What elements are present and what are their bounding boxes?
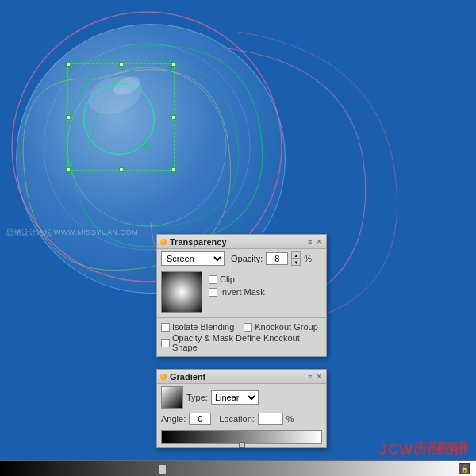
- gradient-bar-container: [157, 427, 326, 447]
- location-label: Location:: [219, 414, 255, 424]
- clip-row: Clip: [209, 274, 265, 284]
- watermark-bottom: JCWcn.com: [379, 442, 468, 459]
- panel-divider-1: [157, 317, 326, 318]
- transparency-panel-title: Transparency: [170, 237, 227, 247]
- gradient-angle-row: Angle: Location: %: [157, 411, 326, 427]
- isolate-blending-checkbox[interactable]: [161, 323, 170, 332]
- clip-options: Clip Invert Mask: [209, 271, 265, 297]
- opacity-label: Opacity:: [231, 254, 263, 263]
- gradient-type-row: Type: Linear: [157, 384, 326, 411]
- invert-mask-row: Invert Mask: [209, 287, 265, 297]
- gradient-lock-icon: 🔒: [459, 463, 470, 474]
- svg-point-6: [83, 69, 148, 121]
- opacity-mask-checkbox[interactable]: [161, 339, 170, 347]
- gradient-type-select[interactable]: Linear: [211, 390, 259, 405]
- gradient-titlebar: Gradient ≡ ×: [157, 370, 326, 384]
- opacity-mask-label: Opacity & Mask Define Knockout Shape: [172, 333, 322, 352]
- invert-mask-checkbox[interactable]: [209, 288, 217, 297]
- panel-menu-icon[interactable]: ≡: [308, 238, 312, 246]
- type-label: Type:: [186, 393, 208, 402]
- gradient-close-button[interactable]: ×: [315, 372, 323, 381]
- clip-checkbox[interactable]: [209, 275, 217, 284]
- gradient-preview: [161, 386, 183, 409]
- blend-mode-select[interactable]: Screen: [161, 251, 225, 266]
- angle-label: Angle:: [161, 414, 186, 424]
- blending-row-2: Opacity & Mask Define Knockout Shape: [161, 333, 322, 352]
- thumbnail-area: Clip Invert Mask: [157, 268, 326, 316]
- gradient-midpoint-handle[interactable]: [239, 442, 245, 448]
- svg-point-2: [44, 44, 250, 250]
- watermark-top: 思绪设计论坛 WWW.MISSYUAN.COM: [6, 228, 138, 238]
- gradient-panel: Gradient ≡ × Type: Linear Angle: Locatio…: [156, 369, 327, 448]
- gradient-bar[interactable]: [161, 430, 322, 444]
- location-input[interactable]: [258, 413, 283, 425]
- gradient-panel-icon: [160, 374, 167, 380]
- bottom-gradient-bar[interactable]: 🔒: [0, 460, 476, 476]
- blending-row-1: Isolate Blending Knockout Group: [161, 322, 322, 332]
- knockout-group-label: Knockout Group: [255, 322, 318, 332]
- knockout-group-checkbox[interactable]: [244, 323, 252, 332]
- gradient-slider-handle[interactable]: [159, 464, 167, 475]
- opacity-percent: %: [304, 254, 312, 263]
- gradient-panel-title: Gradient: [170, 372, 205, 382]
- blending-section: Isolate Blending Knockout Group Opacity …: [157, 320, 326, 356]
- mask-thumbnail: [161, 271, 202, 313]
- isolate-blending-label: Isolate Blending: [172, 322, 234, 332]
- gradient-menu-icon[interactable]: ≡: [308, 373, 312, 381]
- mode-opacity-row: Screen Opacity: ▲ ▼ %: [157, 249, 326, 268]
- transparency-panel: Transparency ≡ × Screen Opacity: ▲ ▼ % C…: [156, 234, 327, 357]
- transparency-close-button[interactable]: ×: [315, 237, 323, 246]
- invert-mask-label: Invert Mask: [220, 287, 265, 297]
- opacity-input[interactable]: [266, 252, 288, 265]
- transparency-titlebar: Transparency ≡ ×: [157, 235, 326, 249]
- opacity-down-arrow[interactable]: ▼: [291, 259, 301, 266]
- opacity-spinners: ▲ ▼: [291, 251, 301, 266]
- panel-icon: [160, 239, 167, 245]
- clip-label: Clip: [220, 274, 235, 284]
- angle-input[interactable]: [189, 413, 211, 425]
- location-percent: %: [286, 414, 294, 424]
- opacity-up-arrow[interactable]: ▲: [291, 251, 301, 259]
